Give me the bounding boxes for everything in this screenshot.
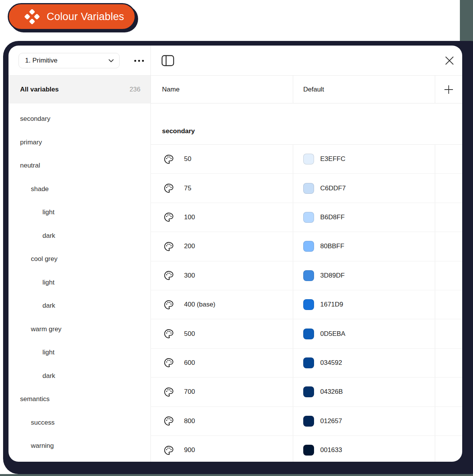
variable-row[interactable]: 700 04326B: [150, 378, 462, 407]
color-swatch[interactable]: [303, 416, 314, 427]
sidebar-group-list: secondary primary neutral shade light da…: [8, 107, 150, 458]
variable-row[interactable]: 500 0D5EBA: [150, 319, 462, 348]
color-swatch[interactable]: [303, 212, 314, 223]
variable-default-cell: C6DDF7: [293, 174, 435, 202]
sidebar-item-warm-grey[interactable]: warm grey: [8, 318, 150, 341]
sidebar-item-success[interactable]: success: [8, 411, 150, 435]
color-swatch[interactable]: [303, 299, 314, 310]
variable-row-spacer: [435, 349, 462, 377]
variable-row[interactable]: 200 80BBFF: [150, 232, 462, 261]
sidebar-group-label: success: [31, 419, 54, 427]
sidebar-group-label: light: [42, 279, 54, 286]
color-swatch[interactable]: [303, 386, 314, 397]
variable-default-cell: 0D5EBA: [293, 319, 435, 348]
sidebar-item-light[interactable]: light: [8, 341, 150, 364]
sidebar-group-label: warm grey: [31, 325, 61, 333]
variable-row-spacer: [435, 436, 462, 462]
sidebar-item-dark[interactable]: dark: [8, 364, 150, 388]
variable-default-cell: 80BBFF: [293, 232, 435, 261]
sidebar-item-neutral[interactable]: neutral: [8, 154, 150, 178]
color-swatch[interactable]: [303, 241, 314, 252]
variable-default-cell: 3D89DF: [293, 261, 435, 290]
sidebar-item-semantics[interactable]: semantics: [8, 388, 150, 411]
sidebar-item-shade[interactable]: shade: [8, 178, 150, 201]
variable-hex-value: 1671D9: [320, 301, 343, 308]
variable-hex-value: 001633: [320, 446, 342, 454]
variable-default-cell: 04326B: [293, 378, 435, 406]
table-header-row: Name Default: [150, 76, 462, 103]
sidebar-group-label: neutral: [20, 162, 40, 169]
variables-sidebar: All variables 236 secondary primary neut…: [8, 76, 150, 462]
variable-row-spacer: [435, 145, 462, 173]
variable-name-cell: 300: [150, 261, 293, 290]
variable-row-spacer: [435, 290, 462, 319]
sidebar-group-label: dark: [42, 232, 55, 240]
sidebar-item-secondary[interactable]: secondary: [8, 107, 150, 131]
variable-hex-value: 80BBFF: [320, 242, 344, 250]
variable-name-cell: 400 (base): [150, 290, 293, 319]
more-options-button[interactable]: [131, 46, 147, 76]
color-swatch[interactable]: [303, 329, 314, 339]
sidebar-item-light[interactable]: light: [8, 271, 150, 295]
variable-row[interactable]: 100 B6D8FF: [150, 203, 462, 232]
variable-name: 500: [184, 330, 195, 338]
variable-hex-value: B6D8FF: [320, 213, 345, 221]
sidebar-group-label: secondary: [20, 115, 50, 123]
variable-name-cell: 200: [150, 232, 293, 261]
color-swatch[interactable]: [303, 154, 314, 164]
colour-variables-badge[interactable]: Colour Variables: [8, 3, 136, 30]
close-icon[interactable]: [444, 55, 455, 66]
chevron-down-icon: [108, 59, 114, 63]
sidebar-group-label: dark: [42, 372, 55, 380]
variable-default-cell: 012657: [293, 407, 435, 435]
sidebar-group-label: shade: [31, 185, 49, 193]
palette-icon: [164, 416, 174, 426]
collection-dropdown[interactable]: 1. Primitive: [19, 53, 120, 68]
variable-name-cell: 900: [150, 436, 293, 462]
variable-row[interactable]: 400 (base) 1671D9: [150, 290, 462, 319]
variable-row[interactable]: 75 C6DDF7: [150, 174, 462, 203]
sidebar-item-cool-grey[interactable]: cool grey: [8, 247, 150, 271]
variable-hex-value: 034592: [320, 359, 342, 367]
color-swatch[interactable]: [303, 445, 314, 456]
variable-row[interactable]: 800 012657: [150, 407, 462, 436]
all-variables-label: All variables: [20, 86, 59, 93]
sidebar-item-light[interactable]: light: [8, 201, 150, 224]
variable-row[interactable]: 300 3D89DF: [150, 261, 462, 290]
color-swatch[interactable]: [303, 270, 314, 281]
variable-row[interactable]: 50 E3EFFC: [150, 145, 462, 174]
toggle-sidebar-icon[interactable]: [161, 55, 174, 66]
sidebar-group-label: cool grey: [31, 255, 57, 263]
variable-name-cell: 800: [150, 407, 293, 435]
sidebar-item-warning[interactable]: warning: [8, 434, 150, 458]
variable-row-spacer: [435, 203, 462, 232]
variable-name: 600: [184, 359, 195, 367]
variable-name-cell: 600: [150, 349, 293, 377]
variable-hex-value: 0D5EBA: [320, 330, 345, 338]
sidebar-item-primary[interactable]: primary: [8, 131, 150, 154]
palette-icon: [164, 154, 174, 164]
color-swatch[interactable]: [303, 357, 314, 368]
sidebar-item-dark[interactable]: dark: [8, 294, 150, 318]
color-swatch[interactable]: [303, 183, 314, 194]
variable-name: 400 (base): [184, 301, 215, 308]
sidebar-item-all-variables[interactable]: All variables 236: [8, 76, 150, 103]
variable-rows: 50 E3EFFC 75 C6DDF7: [150, 145, 462, 462]
variable-row[interactable]: 600 034592: [150, 349, 462, 378]
palette-icon: [164, 212, 174, 222]
variable-row[interactable]: 900 001633: [150, 436, 462, 462]
sidebar-group-label: semantics: [20, 395, 50, 403]
variable-name: 75: [184, 185, 191, 192]
palette-icon: [164, 357, 174, 368]
palette-icon: [164, 241, 174, 252]
column-header-default: Default: [293, 76, 435, 103]
add-variable-button[interactable]: [435, 76, 462, 103]
sidebar-group-label: light: [42, 208, 54, 216]
variable-hex-value: 04326B: [320, 388, 343, 396]
variable-name-cell: 50: [150, 145, 293, 173]
sidebar-item-dark[interactable]: dark: [8, 224, 150, 248]
sidebar-group-label: dark: [42, 302, 55, 310]
variable-row-spacer: [435, 378, 462, 406]
variable-hex-value: 3D89DF: [320, 272, 345, 280]
variable-name-cell: 100: [150, 203, 293, 232]
